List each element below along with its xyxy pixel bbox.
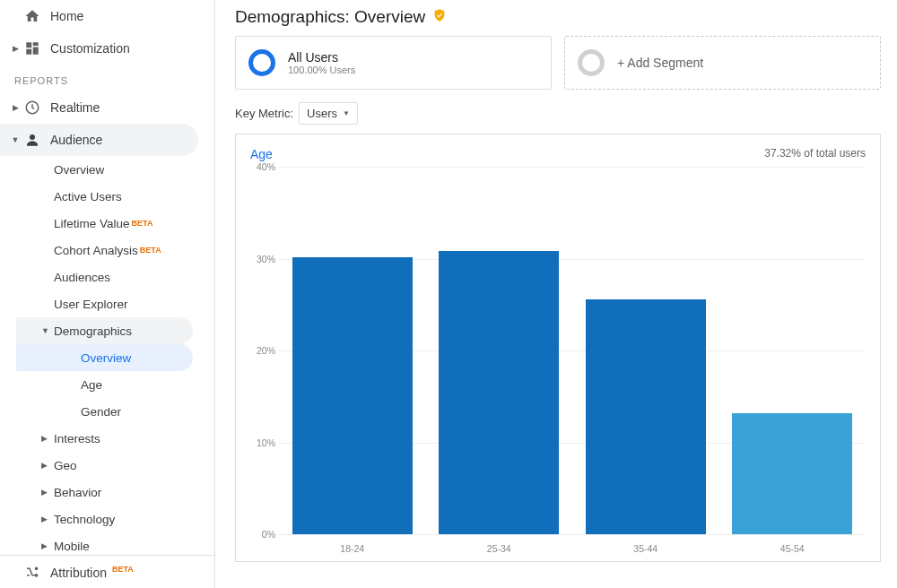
sidebar: Home ▶ Customization REPORTS ▶ Realtime …: [0, 0, 215, 588]
beta-tag: BETA: [132, 219, 153, 228]
nav-behavior[interactable]: ▶Behavior: [16, 479, 214, 506]
nav-audience[interactable]: ▼ Audience: [0, 124, 198, 156]
main-content: Demographics: Overview All Users 100.00%…: [215, 0, 897, 588]
dashboard-icon: [23, 39, 41, 57]
chart-note: 37.32% of total users: [764, 147, 866, 161]
segment-subtitle: 100.00% Users: [288, 65, 355, 75]
bar[interactable]: [586, 299, 706, 534]
y-axis-tick: 30%: [250, 254, 275, 264]
bars-container: 18-2425-3435-4445-54: [279, 167, 866, 534]
caret-right-icon: ▶: [41, 541, 48, 550]
nav-active-users[interactable]: Active Users: [16, 183, 214, 210]
nav-audiences[interactable]: Audiences: [16, 264, 214, 290]
segment-add[interactable]: + Add Segment: [564, 36, 881, 90]
nav-customization[interactable]: ▶ Customization: [0, 32, 214, 65]
caret-right-icon: ▶: [41, 488, 48, 497]
nav-user-explorer[interactable]: User Explorer: [16, 290, 214, 317]
audience-sublist: Overview Active Users Lifetime Value BET…: [16, 156, 214, 559]
chart-title[interactable]: Age: [250, 147, 273, 161]
nav-label: Audience: [50, 133, 187, 147]
sidebar-section-header: REPORTS: [0, 65, 214, 91]
segment-add-label: + Add Segment: [617, 56, 703, 70]
caret-down-icon: ▼: [41, 326, 49, 335]
nav-label: Realtime: [50, 100, 204, 115]
chevron-down-icon: ▼: [343, 109, 350, 117]
bar[interactable]: [292, 257, 413, 534]
y-axis-tick: 40%: [250, 161, 275, 172]
gridline: [279, 534, 866, 535]
nav-lifetime-value[interactable]: Lifetime Value BETA: [16, 210, 214, 237]
segment-circle-icon: [578, 49, 605, 76]
clock-icon: [23, 99, 41, 117]
y-axis-tick: 20%: [250, 345, 275, 356]
y-axis-tick: 10%: [250, 437, 275, 448]
segment-title: All Users: [288, 50, 355, 65]
bar-slot: 25-34: [426, 167, 573, 534]
nav-label: Customization: [50, 41, 204, 56]
verified-shield-icon: [432, 7, 447, 27]
nav-demographics-age[interactable]: Age: [16, 371, 214, 398]
bar-slot: 18-24: [279, 167, 426, 534]
nav-demographics[interactable]: ▼ Demographics: [16, 317, 193, 344]
svg-point-1: [30, 134, 35, 140]
nav-geo[interactable]: ▶Geo: [16, 452, 214, 479]
key-metric-selector[interactable]: Users ▼: [299, 102, 358, 125]
bar-slot: 45-54: [719, 167, 867, 534]
nav-label: Home: [50, 9, 204, 23]
x-axis-tick: 45-54: [719, 543, 867, 554]
segment-circle-icon: [248, 49, 275, 76]
nav-interests[interactable]: ▶Interests: [16, 425, 214, 452]
bar[interactable]: [732, 413, 852, 534]
caret-right-icon: ▶: [41, 514, 48, 523]
nav-label: Attribution BETA: [50, 565, 204, 580]
segment-all-users[interactable]: All Users 100.00% Users: [235, 36, 552, 90]
bar[interactable]: [439, 251, 559, 534]
caret-down-icon: ▼: [11, 135, 20, 144]
x-axis-tick: 35-44: [572, 543, 719, 554]
home-icon: [23, 7, 41, 25]
attribution-icon: [23, 563, 41, 581]
key-metric-value: Users: [307, 107, 337, 120]
person-icon: [23, 131, 41, 149]
key-metric-label: Key Metric:: [235, 107, 293, 120]
page-title: Demographics: Overview: [235, 7, 881, 27]
caret-right-icon: ▶: [41, 434, 48, 443]
nav-cohort-analysis[interactable]: Cohort Analysis BETA: [16, 237, 214, 264]
nav-demographics-overview[interactable]: Overview: [16, 344, 193, 371]
nav-audience-overview[interactable]: Overview: [16, 156, 214, 183]
caret-right-icon: ▶: [11, 103, 20, 112]
svg-point-2: [35, 567, 37, 569]
bar-slot: 35-44: [572, 167, 719, 534]
beta-tag: BETA: [140, 246, 161, 255]
nav-demographics-gender[interactable]: Gender: [16, 398, 214, 425]
y-axis-tick: 0%: [250, 529, 275, 540]
age-bar-chart: 0%10%20%30%40%18-2425-3435-4445-54: [279, 167, 866, 534]
x-axis-tick: 18-24: [279, 543, 426, 554]
svg-point-3: [35, 575, 37, 576]
nav-attribution[interactable]: ▶ Attribution BETA: [0, 556, 214, 588]
caret-right-icon: ▶: [41, 461, 48, 470]
nav-home[interactable]: Home: [0, 0, 214, 32]
caret-right-icon: ▶: [11, 44, 20, 53]
age-chart-card: Age 37.32% of total users 0%10%20%30%40%…: [235, 134, 881, 562]
x-axis-tick: 25-34: [426, 543, 573, 554]
nav-technology[interactable]: ▶Technology: [16, 506, 214, 532]
beta-tag: BETA: [112, 565, 134, 574]
nav-realtime[interactable]: ▶ Realtime: [0, 91, 214, 124]
